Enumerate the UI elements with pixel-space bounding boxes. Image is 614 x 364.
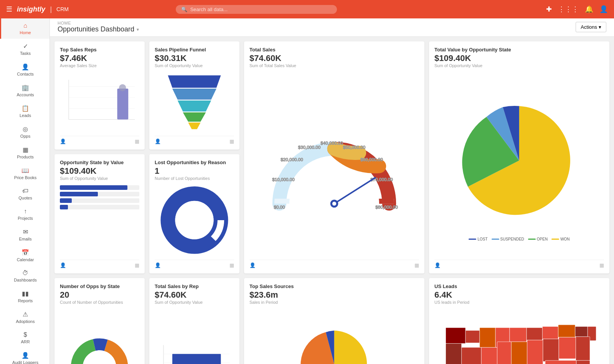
- sidebar-item-quotes[interactable]: 🏷 Quotes: [0, 184, 50, 204]
- tasks-icon: ✓: [23, 43, 28, 50]
- sidebar-label-accounts: Accounts: [17, 92, 34, 97]
- sidebar-item-products[interactable]: ▦ Products: [0, 142, 50, 163]
- sidebar-label-leads: Leads: [20, 113, 31, 118]
- hamburger-menu[interactable]: ☰: [6, 5, 12, 13]
- card-subtitle-top-sales-sources: Sales in Period: [249, 300, 419, 305]
- chart-total-sales-by-rep: [155, 308, 234, 364]
- main-content: HOME Opportunities Dashboard ▾ Actions ▾…: [50, 18, 614, 364]
- leads-icon: 📋: [21, 105, 29, 112]
- actions-button[interactable]: Actions ▾: [576, 22, 606, 32]
- app-body: ⌂ Home ✓ Tasks 👤 Contacts 🏢 Accounts 📋 L…: [0, 18, 614, 364]
- card-total-value-by-state: Total Value by Opportunity State $109.40…: [429, 41, 609, 273]
- card-lost-opps: Lost Opportunities by Reason 1 Number of…: [149, 154, 239, 273]
- svg-text:$80,000.00: $80,000.00: [375, 204, 398, 209]
- sidebar-label-audit-loggers: Audit Loggers: [12, 360, 38, 364]
- bell-icon[interactable]: 🔔: [585, 5, 593, 13]
- sidebar-item-accounts[interactable]: 🏢 Accounts: [0, 80, 50, 101]
- emails-icon: ✉: [23, 228, 28, 236]
- contacts-icon: 👤: [21, 63, 29, 71]
- card-sales-pipeline: Sales Pipeline Funnel $30.31K Sum of Opp…: [149, 41, 239, 150]
- brand-logo: insightly | CRM: [17, 5, 69, 13]
- card-value-total-sales: $74.60K: [249, 53, 419, 63]
- svg-rect-45: [480, 328, 495, 348]
- page-title-dropdown-arrow[interactable]: ▾: [137, 27, 139, 32]
- svg-text:$20,000.00: $20,000.00: [281, 157, 303, 162]
- card-subtitle-total-value-by-state: Sum of Opportunity Value: [434, 63, 604, 68]
- card-subtitle-num-opps: Count of Number of Opportunities: [60, 300, 139, 305]
- person-icon-5: 👤: [60, 262, 66, 268]
- svg-rect-58: [527, 340, 543, 364]
- bar-row-open: [60, 192, 139, 196]
- svg-text:$40,000.00: $40,000.00: [320, 140, 343, 145]
- card-subtitle-total-sales-by-rep: Sum of Opportunity Value: [155, 300, 234, 305]
- breadcrumb: HOME: [58, 21, 139, 25]
- chart-total-sales: $0.00 $10,000.00 $20,000.00 $30,000.00 $…: [249, 71, 419, 257]
- accounts-icon: 🏢: [21, 84, 29, 91]
- content-header: HOME Opportunities Dashboard ▾ Actions ▾: [50, 18, 614, 37]
- sidebar-item-pricebooks[interactable]: 📖 Price Books: [0, 163, 50, 184]
- sidebar-item-home[interactable]: ⌂ Home: [0, 18, 50, 39]
- card-subtitle-total-sales: Sum of Total Sales Value: [249, 63, 419, 68]
- grid-icon-small-4: ▦: [599, 262, 604, 268]
- legend-item-suspended: SUSPENDED: [492, 237, 524, 241]
- sidebar-label-calendar: Calendar: [17, 257, 34, 262]
- bar-row-lost: [60, 205, 139, 209]
- sidebar-item-emails[interactable]: ✉ Emails: [0, 224, 50, 245]
- svg-rect-53: [446, 343, 461, 364]
- person-icon-3: 👤: [249, 262, 256, 268]
- legend-label-won: WON: [560, 237, 569, 241]
- sidebar-item-audit-loggers[interactable]: 👤 Audit Loggers: [0, 348, 50, 364]
- legend-item-won: WON: [551, 237, 569, 241]
- dashboards-icon: ⏱: [22, 270, 28, 277]
- card-title-lost-opps: Lost Opportunities by Reason: [155, 160, 234, 165]
- svg-point-31: [175, 201, 213, 239]
- card-us-leads: US Leads 6.4K US leads in Period: [429, 278, 609, 364]
- chart-us-leads: [434, 308, 604, 364]
- card-title-total-value-by-state: Total Value by Opportunity State: [434, 47, 604, 53]
- sidebar-item-calendar[interactable]: 📅 Calendar: [0, 245, 50, 266]
- card-title-top-sales-sources: Top Sales Sources: [249, 283, 419, 289]
- sidebar-item-reports[interactable]: ▮▮ Reports: [0, 286, 50, 307]
- card-total-sales-by-rep: Total Sales by Rep $74.60K Sum of Opport…: [149, 278, 239, 364]
- sidebar-label-dashboards: Dashboards: [14, 278, 36, 282]
- card-footer-top-sales-reps: 👤 ▦: [60, 136, 139, 144]
- card-title-total-sales: Total Sales: [249, 47, 419, 53]
- grid-icon[interactable]: ⋮⋮⋮: [558, 5, 579, 13]
- search-bar[interactable]: 🔍: [176, 5, 337, 14]
- svg-point-6: [119, 84, 126, 91]
- person-icon: 👤: [60, 138, 66, 144]
- legend-item-lost: LOST: [469, 237, 487, 241]
- pricebooks-icon: 📖: [21, 167, 29, 174]
- card-subtitle-lost-opps: Number of Lost Opportunities: [155, 176, 234, 181]
- user-icon[interactable]: 👤: [599, 5, 608, 13]
- sidebar-label-adoptions: Adoptions: [16, 319, 35, 324]
- grid-icon-small-3: ▦: [414, 262, 419, 268]
- card-subtitle-opportunity-state: Sum of Opportunity Value: [60, 176, 139, 181]
- sidebar-item-dashboards[interactable]: ⏱ Dashboards: [0, 266, 50, 286]
- card-value-sales-pipeline: $30.31K: [155, 53, 234, 63]
- bar-row-won: [60, 185, 139, 190]
- sidebar-item-adoptions[interactable]: ⚠ Adoptions: [0, 307, 50, 328]
- svg-rect-44: [465, 330, 480, 343]
- svg-line-26: [334, 178, 375, 204]
- svg-rect-42: [172, 354, 221, 364]
- svg-rect-59: [543, 339, 559, 361]
- card-value-opportunity-state: $109.40K: [60, 166, 139, 176]
- dashboard-grid: Top Sales Reps $7.46K Average Sales Size: [50, 37, 614, 364]
- projects-icon: ↑: [24, 208, 27, 215]
- svg-rect-64: [545, 360, 576, 364]
- sidebar-item-arr[interactable]: $ ARR: [0, 328, 50, 348]
- sidebar-item-contacts[interactable]: 👤 Contacts: [0, 59, 50, 80]
- sidebar-item-opps[interactable]: ◎ Opps: [0, 122, 50, 142]
- sidebar-item-tasks[interactable]: ✓ Tasks: [0, 39, 50, 59]
- card-title-us-leads: US Leads: [434, 283, 604, 289]
- grid-icon-small-6: ▦: [229, 262, 234, 268]
- sidebar-item-leads[interactable]: 📋 Leads: [0, 101, 50, 122]
- add-icon[interactable]: ✚: [546, 5, 552, 13]
- search-input[interactable]: [190, 7, 332, 12]
- card-num-opps-by-state: Number of Opps by State 20 Count of Numb…: [54, 278, 145, 364]
- sidebar-label-projects: Projects: [18, 216, 33, 221]
- sidebar-item-projects[interactable]: ↑ Projects: [0, 204, 50, 224]
- svg-rect-47: [510, 328, 527, 342]
- svg-rect-5: [117, 89, 129, 120]
